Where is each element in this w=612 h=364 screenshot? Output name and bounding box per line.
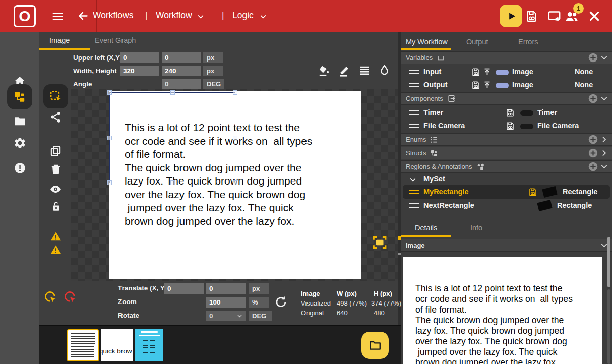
logic-dropdown[interactable]: Logic xyxy=(232,10,254,21)
back-icon[interactable] xyxy=(77,10,89,22)
fit-region-icon[interactable] xyxy=(372,235,387,250)
thumbnail-selected[interactable] xyxy=(67,329,99,361)
upper-left-x-input[interactable] xyxy=(120,52,159,63)
upper-left-y-input[interactable] xyxy=(162,52,201,63)
image-canvas[interactable]: This is a lot of 12 point text to test t… xyxy=(71,89,398,281)
height-input[interactable] xyxy=(162,66,201,76)
drag-handle[interactable] xyxy=(409,110,419,115)
warning-icon[interactable] xyxy=(50,244,62,255)
click-gesture-yellow-icon[interactable] xyxy=(44,290,57,304)
component-row[interactable]: Timer Timer xyxy=(401,106,612,119)
scrollbar-thumb[interactable] xyxy=(607,237,610,287)
add-icon[interactable] xyxy=(588,134,598,145)
save-link-icon[interactable] xyxy=(528,188,537,197)
collapse-icon[interactable] xyxy=(600,94,608,103)
upload-icon[interactable] xyxy=(483,81,492,89)
copy-icon[interactable] xyxy=(50,145,62,157)
section-variables[interactable]: Variables xyxy=(401,51,612,64)
add-icon[interactable] xyxy=(588,148,598,158)
selection-rectangle[interactable] xyxy=(109,92,235,183)
upload-icon[interactable] xyxy=(483,68,492,76)
drag-handle[interactable] xyxy=(409,124,419,128)
chevron-down-icon[interactable] xyxy=(197,13,205,21)
folder-icon[interactable] xyxy=(13,115,26,128)
open-folder-button[interactable] xyxy=(361,332,389,359)
share-icon[interactable] xyxy=(49,111,62,124)
save-link-icon[interactable] xyxy=(506,108,515,117)
angle-input[interactable] xyxy=(162,79,201,89)
tab-info[interactable]: Info xyxy=(470,224,482,232)
settings-gear-icon[interactable] xyxy=(14,137,26,149)
expand-icon[interactable] xyxy=(600,135,608,144)
save-link-icon[interactable] xyxy=(525,10,538,23)
save-link-icon[interactable] xyxy=(471,68,480,77)
rotate-select[interactable]: 0 xyxy=(206,311,246,321)
region-set-row[interactable]: MySet xyxy=(401,174,612,186)
tab-output[interactable]: Output xyxy=(466,38,488,46)
expand-icon[interactable] xyxy=(600,149,608,157)
chevron-down-icon[interactable] xyxy=(259,13,267,21)
section-regions[interactable]: Regions & Annotations xyxy=(401,160,612,173)
section-enums[interactable]: Enums xyxy=(401,133,612,146)
zoom-input[interactable] xyxy=(206,297,246,308)
screen-settings-icon[interactable] xyxy=(547,10,561,23)
add-icon[interactable] xyxy=(588,52,598,63)
drag-handle[interactable] xyxy=(409,83,419,87)
add-icon[interactable] xyxy=(588,93,598,104)
tab-image[interactable]: Image xyxy=(49,36,70,44)
translate-y-input[interactable] xyxy=(206,283,246,294)
resize-handle[interactable] xyxy=(233,136,237,140)
variable-row[interactable]: Output Image None xyxy=(401,79,612,92)
thumbnail[interactable] xyxy=(135,329,163,361)
lines-tool-icon[interactable] xyxy=(358,65,371,77)
resize-handle[interactable] xyxy=(233,180,237,185)
workflow-dropdown[interactable]: Workflow xyxy=(156,10,192,21)
region-row-selected[interactable]: MyRectangle Rectangle xyxy=(403,185,610,199)
translate-x-input[interactable] xyxy=(164,283,204,294)
resize-handle[interactable] xyxy=(107,136,112,140)
hamburger-menu-icon[interactable] xyxy=(52,11,64,22)
save-link-icon[interactable] xyxy=(506,122,515,131)
tab-details[interactable]: Details xyxy=(415,224,437,232)
delete-icon[interactable] xyxy=(50,164,62,176)
pencil-tool-icon[interactable] xyxy=(338,64,351,77)
resize-handle[interactable] xyxy=(170,90,175,95)
tab-my-workflow[interactable]: My Workflow xyxy=(406,38,448,46)
error-icon[interactable] xyxy=(14,162,26,174)
drag-handle[interactable] xyxy=(409,70,419,74)
resize-handle[interactable] xyxy=(107,180,112,185)
sidebar-item-workflow-active[interactable] xyxy=(7,84,32,109)
visibility-icon[interactable] xyxy=(49,183,63,195)
collapse-icon[interactable] xyxy=(600,162,608,171)
variable-row[interactable]: Input Image None xyxy=(401,66,612,79)
collapse-icon[interactable] xyxy=(600,53,608,62)
warning-icon[interactable] xyxy=(50,231,62,242)
collapse-icon[interactable] xyxy=(409,176,417,184)
drag-handle[interactable] xyxy=(409,190,419,194)
resize-handle[interactable] xyxy=(233,90,237,95)
section-structs[interactable]: Structs xyxy=(401,147,612,159)
breadcrumb-workflows[interactable]: Workflows xyxy=(93,10,133,21)
run-button[interactable] xyxy=(500,5,522,27)
thumbnail[interactable]: quick brow ped over th dogs! xyxy=(101,329,133,361)
width-input[interactable] xyxy=(120,66,159,76)
resize-handle[interactable] xyxy=(107,90,112,95)
drag-handle[interactable] xyxy=(409,203,419,208)
reset-view-icon[interactable] xyxy=(274,295,288,309)
close-icon[interactable] xyxy=(588,10,600,22)
click-gesture-red-icon[interactable] xyxy=(64,290,77,304)
section-image-preview[interactable]: Image xyxy=(401,239,612,252)
lock-open-icon[interactable] xyxy=(50,201,62,212)
select-tool-button[interactable] xyxy=(43,84,68,108)
add-icon[interactable] xyxy=(588,161,598,172)
droplet-tool-icon[interactable] xyxy=(378,64,391,77)
region-row[interactable]: NextRectangle Rectangle xyxy=(401,199,612,212)
scrollbar-track[interactable] xyxy=(607,289,610,364)
tab-event-graph[interactable]: Event Graph xyxy=(95,36,136,44)
resize-handle[interactable] xyxy=(170,180,175,185)
save-link-icon[interactable] xyxy=(471,81,480,90)
tab-errors[interactable]: Errors xyxy=(518,38,538,46)
component-row[interactable]: File Camera File Camera xyxy=(401,119,612,133)
section-components[interactable]: Components xyxy=(401,92,612,105)
fill-tool-icon[interactable] xyxy=(318,64,331,77)
